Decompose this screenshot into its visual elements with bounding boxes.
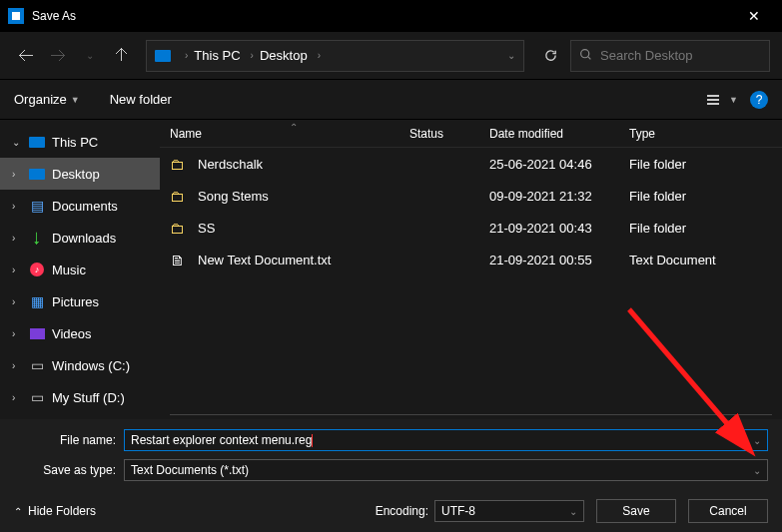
sidebar-item-windows-c-[interactable]: ›▭Windows (C:) [0, 349, 160, 381]
sidebar-item-label: My Stuff (D:) [52, 390, 125, 405]
hide-folders-button[interactable]: ⌃ Hide Folders [14, 504, 96, 518]
sidebar-item-documents[interactable]: ›▤Documents [0, 190, 160, 222]
caret-icon: › [12, 169, 22, 180]
caret-icon: › [12, 360, 22, 371]
svg-rect-3 [707, 99, 719, 101]
col-date[interactable]: Date modified [489, 127, 629, 141]
search-placeholder: Search Desktop [600, 48, 693, 63]
file-date: 21-09-2021 00:55 [489, 253, 629, 267]
col-type[interactable]: Type [629, 127, 739, 141]
search-icon [579, 48, 592, 64]
sidebar-item-label: This PC [52, 135, 98, 150]
sidebar-item-my-stuff-d-[interactable]: ›▭My Stuff (D:) [0, 381, 160, 413]
file-name: Nerdschalk [198, 157, 409, 172]
sidebar-item-downloads[interactable]: ›⭣Downloads [0, 222, 160, 254]
search-input[interactable]: Search Desktop [570, 40, 770, 72]
caret-icon: › [12, 296, 22, 307]
organize-button[interactable]: Organize ▼ [14, 92, 80, 107]
sidebar-item-label: Downloads [52, 231, 116, 246]
crumb-pc[interactable]: This PC [194, 48, 240, 63]
caret-icon: › [12, 233, 22, 244]
app-icon [8, 8, 24, 24]
file-name-input[interactable]: Restart explorer context menu.reg ⌄ [124, 429, 768, 451]
sort-indicator: ⌃ [290, 122, 298, 133]
sidebar-item-label: Videos [52, 326, 92, 341]
file-row[interactable]: 🗀Song Stems09-09-2021 21:32File folder [160, 180, 782, 212]
file-row[interactable]: 🗀Nerdschalk25-06-2021 04:46File folder [160, 148, 782, 180]
folder-icon: 🗀 [170, 156, 190, 173]
encoding-select[interactable]: UTF-8 ⌄ [434, 500, 584, 522]
col-status[interactable]: Status [409, 127, 489, 141]
file-row[interactable]: 🗀SS21-09-2021 00:43File folder [160, 212, 782, 244]
file-date: 21-09-2021 00:43 [489, 221, 629, 236]
sidebar-item-music[interactable]: ›♪Music [0, 254, 160, 285]
back-button[interactable]: 🡠 [12, 42, 40, 70]
svg-point-1 [581, 49, 589, 57]
file-type: File folder [629, 221, 749, 236]
chevron-right-icon: › [251, 50, 254, 61]
nav-row: 🡠 🡢 ⌄ 🡡 › This PC › Desktop › ⌄ Search D… [0, 32, 782, 80]
sidebar-item-pictures[interactable]: ›▦Pictures [0, 285, 160, 317]
sidebar-item-label: Documents [52, 199, 118, 214]
caret-icon: › [12, 201, 22, 212]
sidebar-item-label: Pictures [52, 294, 99, 309]
help-button[interactable]: ? [750, 91, 768, 109]
music-icon: ♪ [28, 263, 46, 276]
main-area: ⌄This PC›Desktop›▤Documents›⭣Downloads›♪… [0, 120, 782, 419]
new-folder-button[interactable]: New folder [110, 92, 172, 107]
caret-icon: › [12, 265, 22, 275]
save-type-select[interactable]: Text Documents (*.txt) ⌄ [124, 459, 768, 481]
chevron-right-icon: › [318, 50, 321, 61]
toolbar: Organize ▼ New folder ▼ ? [0, 80, 782, 120]
sidebar-item-desktop[interactable]: ›Desktop [0, 158, 160, 190]
file-row[interactable]: 🗎New Text Document.txt21-09-2021 00:55Te… [160, 244, 782, 275]
title-bar: Save As ✕ [0, 0, 782, 32]
save-type-label: Save as type: [14, 463, 124, 477]
sidebar-item-this-pc[interactable]: ⌄This PC [0, 126, 160, 158]
svg-rect-0 [12, 12, 20, 20]
file-name: Song Stems [198, 189, 409, 204]
close-button[interactable]: ✕ [734, 8, 774, 24]
forward-button[interactable]: 🡢 [44, 42, 72, 70]
file-name-label: File name: [14, 433, 124, 447]
sidebar: ⌄This PC›Desktop›▤Documents›⭣Downloads›♪… [0, 120, 160, 419]
file-list: ⌃ Name Status Date modified Type 🗀Nerdsc… [160, 120, 782, 419]
file-date: 09-09-2021 21:32 [489, 189, 629, 204]
address-bar[interactable]: › This PC › Desktop › ⌄ [146, 40, 524, 72]
chevron-right-icon: › [185, 50, 188, 61]
folder-icon: 🗀 [170, 188, 190, 205]
save-button[interactable]: Save [596, 499, 676, 523]
cancel-button[interactable]: Cancel [688, 499, 768, 523]
desktop-icon [28, 167, 46, 181]
caret-down-icon: ▼ [71, 95, 80, 105]
sidebar-item-videos[interactable]: ›Videos [0, 317, 160, 349]
recent-dropdown[interactable]: ⌄ [76, 42, 104, 70]
vid-icon [28, 326, 46, 340]
svg-rect-4 [707, 103, 719, 105]
caret-down-icon[interactable]: ▼ [729, 95, 738, 105]
caret-down-icon[interactable]: ⌄ [569, 506, 577, 517]
refresh-button[interactable] [534, 40, 566, 72]
up-button[interactable]: 🡡 [108, 42, 136, 70]
encoding-label: Encoding: [376, 504, 428, 518]
caret-icon: › [12, 328, 22, 339]
caret-down-icon[interactable]: ⌄ [753, 465, 761, 476]
address-dropdown[interactable]: ⌄ [507, 50, 515, 61]
file-name: SS [198, 221, 409, 236]
pc-icon [28, 135, 46, 149]
svg-rect-2 [707, 95, 719, 97]
sidebar-item-label: Music [52, 263, 86, 277]
file-date: 25-06-2021 04:46 [489, 157, 629, 172]
file-type: Text Document [629, 253, 749, 267]
caret-icon: › [12, 392, 22, 403]
view-mode-button[interactable] [701, 88, 725, 112]
sidebar-item-label: Desktop [52, 167, 100, 182]
drive-icon: ▭ [28, 358, 46, 372]
pc-icon [155, 50, 171, 62]
column-headers[interactable]: ⌃ Name Status Date modified Type [160, 120, 782, 148]
text-file-icon: 🗎 [170, 252, 190, 268]
crumb-folder[interactable]: Desktop [260, 48, 308, 63]
bottom-panel: File name: Restart explorer context menu… [0, 419, 782, 532]
window-title: Save As [32, 9, 734, 23]
caret-down-icon[interactable]: ⌄ [753, 435, 761, 446]
